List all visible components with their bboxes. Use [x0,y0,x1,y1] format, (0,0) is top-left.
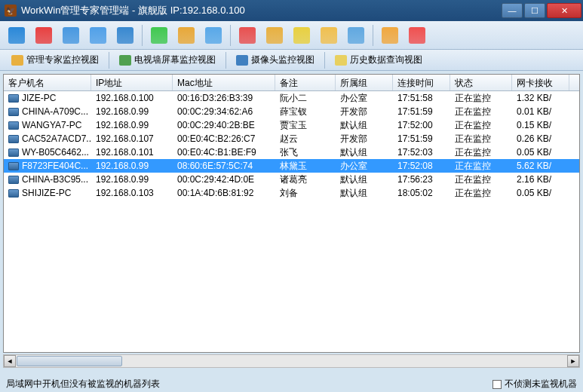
scroll-left-button[interactable]: ◄ [4,355,16,367]
pc-icon [8,176,19,184]
cell-nic: 0.26 KB/ [512,133,569,145]
cell-nic: 0.15 KB/ [512,119,569,131]
view-expert-icon [11,55,23,66]
table-body: JIZE-PC192.168.0.10000:16:D3:26:B3:39阮小二… [4,91,579,200]
column-header[interactable]: 连接时间 [393,75,450,90]
cell-group: 默认组 [336,118,393,133]
desktop-icon-glyph [90,27,106,44]
view-expert[interactable]: 管理专家监控视图 [5,51,106,69]
cell-name: CHINA-B3C95... [4,173,91,185]
column-header[interactable]: 客户机名 [4,75,91,90]
table-row[interactable]: WY-B05C6462...192.168.0.10100:E0:4C:B1:B… [4,145,579,159]
column-header[interactable]: 所属组 [336,75,393,90]
cell-ip: 192.168.0.99 [91,106,173,118]
no-detect-checkbox[interactable]: 不侦测未监视机器 [492,378,577,390]
view-camera[interactable]: 摄像头监控视图 [229,51,321,69]
cell-nic: 0.05 KB/ [512,187,569,199]
disk-icon[interactable] [262,24,287,47]
cell-group: 办公室 [336,91,393,106]
cell-group: 默认组 [336,173,393,187]
cell-time: 17:52:00 [393,119,450,131]
settings-icon[interactable] [344,24,368,47]
cell-name: JIZE-PC [4,92,91,104]
refresh-icon[interactable] [147,24,171,47]
cell-time: 17:51:59 [393,133,450,145]
cell-mac: 08:60:6E:57:5C:74 [173,160,275,172]
bottom-bar: 局域网中开机但没有被监视的机器列表 不侦测未监视机器 [3,375,580,392]
view-camera-icon [236,55,248,66]
column-header[interactable]: 网卡接收 [512,75,569,90]
cell-name: F8723FE404C... [4,160,91,172]
cell-time: 17:52:03 [393,146,450,158]
column-header[interactable]: Mac地址 [173,75,275,90]
pc-icon [8,108,19,116]
table-row[interactable]: F8723FE404C...192.168.0.9908:60:6E:57:5C… [4,159,579,173]
scroll-right-button[interactable]: ► [567,355,579,367]
table-row[interactable]: WANGYA7-PC192.168.0.9900:0C:29:40:2B:BE贾… [4,118,579,132]
camera-icon-glyph [117,27,133,44]
cell-status: 正在监控 [450,159,512,173]
screen-icon[interactable] [59,24,83,47]
disk-icon-glyph [266,27,283,44]
cell-name: CAC52A7ACD7... [4,133,91,145]
table-row[interactable]: CHINA-B3C95...192.168.0.9900:0C:29:42:4D… [4,173,579,186]
column-header[interactable]: 备注 [275,75,336,90]
cell-mac: 00:1A:4D:6B:81:92 [173,187,275,199]
cell-nic: 2.16 KB/ [512,173,569,185]
minimize-button[interactable]: — [502,3,523,18]
user-icon[interactable] [378,24,402,47]
folder-icon[interactable] [317,24,341,47]
maximize-button[interactable]: ☐ [524,3,545,18]
column-header[interactable]: IP地址 [91,75,173,90]
screen-icon-glyph [63,27,79,44]
cell-time: 17:51:59 [393,106,450,118]
table-row[interactable]: CHINA-A709C...192.168.0.9900:0C:29:34:62… [4,105,579,118]
cell-status: 正在监控 [450,105,512,119]
view-history[interactable]: 历史数据查询视图 [328,51,429,69]
cell-note: 阮小二 [275,91,336,106]
cell-mac: 00:0C:29:40:2B:BE [173,119,275,131]
cell-nic: 0.01 KB/ [512,106,569,118]
network-icon[interactable] [290,24,314,47]
cell-group: 默认组 [336,145,393,160]
window-controls: — ☐ ✕ [500,3,581,18]
export-icon-glyph [205,27,222,44]
cell-note: 诸葛亮 [275,173,336,187]
titlebar: 🦅 WorkWin管理专家管理端 - 旗舰版 IP:192.168.0.100 … [0,0,583,21]
table-row[interactable]: JIZE-PC192.168.0.10000:16:D3:26:B3:39阮小二… [4,91,579,105]
export-icon[interactable] [201,24,226,47]
horizontal-scrollbar[interactable]: ◄ ► [3,354,580,368]
cell-nic: 1.32 KB/ [512,92,569,104]
cell-name: CHINA-A709C... [4,106,91,118]
view-camera-label: 摄像头监控视图 [251,54,315,66]
cell-group: 开发部 [336,105,393,119]
help-icon[interactable] [405,24,429,47]
cell-name: SHIJIZE-PC [4,187,91,199]
table-row[interactable]: SHIJIZE-PC192.168.0.10300:1A:4D:6B:81:92… [4,186,579,200]
close-button[interactable]: ✕ [547,3,581,18]
checkbox-icon[interactable] [492,380,502,389]
cell-name: WANGYA7-PC [4,119,91,131]
refresh-icon-glyph [151,27,167,44]
checkbox-label: 不侦测未监视机器 [505,378,577,390]
cell-time: 17:52:08 [393,160,450,172]
cell-note: 薛宝钗 [275,105,336,119]
cell-ip: 192.168.0.99 [91,173,173,185]
cell-ip: 192.168.0.101 [91,146,173,158]
chart-icon[interactable] [174,24,198,47]
cell-note: 贾宝玉 [275,118,336,133]
cell-group: 默认组 [336,186,393,201]
desktop-icon[interactable] [86,24,110,47]
monitor-icon[interactable] [5,24,29,47]
settings-icon-glyph [348,27,364,44]
cell-status: 正在监控 [450,118,512,133]
globe-icon[interactable] [235,24,259,47]
scroll-thumb[interactable] [17,356,122,366]
table-row[interactable]: CAC52A7ACD7...192.168.0.10700:E0:4C:B2:2… [4,132,579,145]
capture-icon[interactable] [32,24,56,47]
camera-icon[interactable] [113,24,137,47]
cell-time: 18:05:02 [393,187,450,199]
column-header[interactable]: 状态 [450,75,512,90]
cell-mac: 00:16:D3:26:B3:39 [173,92,275,104]
view-tvwall[interactable]: 电视墙屏幕监控视图 [112,51,222,69]
